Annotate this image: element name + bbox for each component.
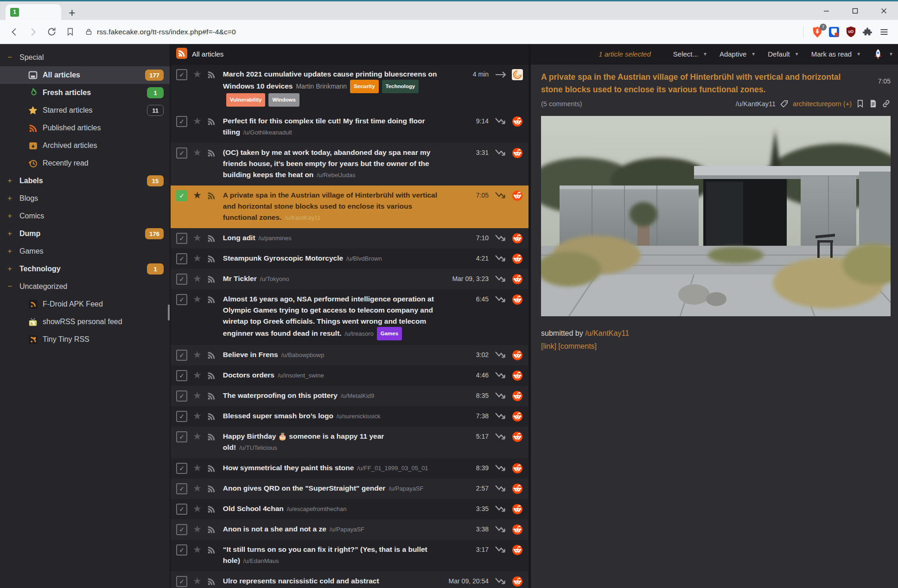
extensions-puzzle-icon[interactable]: [860, 25, 875, 39]
score-icon[interactable]: [495, 70, 507, 79]
tag-pill[interactable]: Vulnerability: [226, 93, 266, 107]
sidebar-item-recently-read[interactable]: Recently read: [0, 154, 170, 172]
new-tab-button[interactable]: +: [69, 8, 76, 17]
article-row[interactable]: ✓ ★ (OC) taken by me at work today, aban…: [171, 143, 529, 185]
star-icon[interactable]: ★: [193, 430, 202, 442]
score-icon[interactable]: [495, 117, 507, 126]
article-checkbox[interactable]: ✓: [176, 576, 187, 587]
article-row[interactable]: ✓ ★ Doctors orders/u/insolent_swine 4:46: [171, 365, 529, 386]
brave-extension-icon[interactable]: 7: [810, 25, 825, 39]
article-row[interactable]: ✓ ★ Long adit/u/panmines 7:10: [171, 228, 529, 249]
score-icon[interactable]: [495, 148, 507, 158]
score-icon[interactable]: [495, 351, 507, 360]
star-icon[interactable]: ★: [193, 575, 202, 587]
sidebar-item-dump[interactable]: + Dump 176: [0, 225, 170, 243]
score-icon[interactable]: [495, 191, 507, 200]
sidebar-item-f-droid-apk-feed[interactable]: F-Droid APK Feed: [0, 295, 170, 313]
ublock-extension-icon[interactable]: uO: [843, 25, 858, 39]
article-row[interactable]: ✓ ★ Perfect fit for this complex tile cu…: [171, 111, 529, 143]
sidebar-item-games[interactable]: + Games: [0, 243, 170, 260]
profile-rocket-icon[interactable]: [872, 48, 884, 60]
article-checkbox[interactable]: ✓: [176, 253, 187, 264]
article-title[interactable]: Almost 16 years ago, NSA performed intel…: [223, 295, 434, 337]
article-links[interactable]: [link] [comments]: [541, 342, 891, 351]
sidebar-item-published-articles[interactable]: Published articles: [0, 119, 170, 137]
close-button[interactable]: [869, 3, 898, 19]
score-icon[interactable]: [495, 525, 507, 534]
star-icon[interactable]: ★: [193, 273, 202, 285]
article-row[interactable]: ✓ ★ March 2021 cumulative updates cause …: [171, 64, 529, 111]
sidebar-item-archived-articles[interactable]: Archived articles: [0, 137, 170, 154]
article-row[interactable]: ✓ ★ Old School 4chan/u/escapefromthechan…: [171, 499, 529, 519]
sidebar-item-comics[interactable]: + Comics: [0, 207, 170, 225]
article-checkbox[interactable]: ✓: [176, 431, 187, 442]
article-row[interactable]: ✓ ★ Blessed super smash bro’s logo/u/sur…: [171, 406, 529, 427]
score-icon[interactable]: [495, 484, 507, 493]
star-icon[interactable]: ★: [193, 232, 202, 244]
article-title[interactable]: Doctors orders: [223, 371, 274, 379]
article-checkbox[interactable]: ✓: [176, 69, 187, 80]
star-icon[interactable]: ★: [193, 462, 202, 474]
article-title[interactable]: A private spa in the Austrian village of…: [223, 191, 437, 221]
article-row[interactable]: ✓ ★ Believe in Frens/u/Babowpbowp 3:02: [171, 345, 529, 365]
star-icon[interactable]: ★: [193, 252, 202, 264]
minimize-button[interactable]: [812, 3, 841, 19]
sidebar-item-technology[interactable]: + Technology 1: [0, 260, 170, 278]
article-title[interactable]: Steampunk Gyroscopic Motorcycle: [223, 254, 343, 262]
article-checkbox[interactable]: ✓: [176, 411, 187, 422]
sidebar-item-starred-articles[interactable]: Starred articles 11: [0, 102, 170, 119]
article-row[interactable]: ✓ ★ Happy Birthday 🎂 someone is a happy …: [171, 427, 529, 458]
star-icon[interactable]: ★: [193, 410, 202, 422]
note-icon[interactable]: [869, 99, 878, 108]
article-row[interactable]: ✓ ★ Almost 16 years ago, NSA performed i…: [171, 289, 529, 345]
expander-icon[interactable]: +: [7, 211, 19, 221]
article-title[interactable]: Believe in Frens: [223, 351, 278, 358]
sidebar-item-uncategorized[interactable]: − Uncategorized: [0, 278, 170, 295]
bitwarden-extension-icon[interactable]: [827, 25, 841, 39]
article-title[interactable]: Ulro represents narcissistic cold and ab…: [223, 577, 379, 588]
forward-button[interactable]: [25, 24, 41, 40]
expander-icon[interactable]: +: [7, 229, 19, 238]
score-icon[interactable]: [495, 234, 507, 243]
star-icon[interactable]: ★: [193, 503, 202, 515]
address-bar[interactable]: rss.fakecake.org/tt-rss/index.php#f=-4&c…: [85, 28, 800, 36]
back-button[interactable]: [6, 24, 22, 40]
tag-pill[interactable]: Technology: [382, 80, 419, 93]
article-row[interactable]: ✓ ★ Anon gives QRD on the "SuperStraight…: [171, 479, 529, 499]
article-title-link[interactable]: A private spa in the Austrian village of…: [541, 71, 851, 96]
score-icon[interactable]: [495, 505, 507, 514]
url-text[interactable]: rss.fakecake.org/tt-rss/index.php#f=-4&c…: [97, 28, 236, 36]
article-row[interactable]: ✓ ★ How symmetrical they paint this ston…: [171, 458, 529, 479]
mark-read-dropdown[interactable]: Mark as read▼: [811, 50, 861, 58]
article-row[interactable]: ✓ ★ Steampunk Gyroscopic Motorcycle/u/Bl…: [171, 249, 529, 269]
article-checkbox[interactable]: ✓: [176, 274, 187, 285]
tag-pill[interactable]: Games: [377, 327, 402, 340]
star-icon[interactable]: ★: [193, 189, 202, 201]
sidebar-item-fresh-articles[interactable]: Fresh articles 1: [0, 84, 170, 102]
expander-icon[interactable]: +: [7, 176, 19, 185]
article-checkbox[interactable]: ✓: [176, 483, 187, 494]
expander-icon[interactable]: −: [7, 53, 19, 62]
article-checkbox[interactable]: ✓: [176, 116, 187, 127]
score-icon[interactable]: [495, 391, 507, 401]
star-icon[interactable]: ★: [193, 543, 202, 556]
score-icon[interactable]: [495, 464, 507, 473]
score-icon[interactable]: [495, 275, 507, 284]
expander-icon[interactable]: +: [7, 264, 19, 274]
sort-order-dropdown[interactable]: Default▼: [768, 50, 799, 58]
article-row[interactable]: ✓ ★ Ulro represents narcissistic cold an…: [171, 571, 529, 588]
browser-menu-icon[interactable]: [877, 25, 892, 39]
article-title[interactable]: The waterproofing on this pottery: [223, 391, 338, 399]
star-icon[interactable]: ★: [193, 68, 202, 80]
article-row[interactable]: ✓ ★ Anon is not a she and not a ze/u/Pap…: [171, 519, 529, 540]
score-icon[interactable]: [495, 432, 507, 441]
article-checkbox[interactable]: ✓: [176, 544, 187, 556]
chevron-down-icon[interactable]: ▼: [889, 51, 893, 57]
article-title[interactable]: Long adit: [223, 234, 255, 242]
article-checkbox[interactable]: ✓: [176, 350, 187, 361]
sidebar-scrollbar-thumb[interactable]: [168, 305, 170, 320]
article-tags[interactable]: architectureporn (+): [793, 100, 852, 108]
score-icon[interactable]: [495, 371, 507, 380]
article-row[interactable]: ✓ ★ A private spa in the Austrian villag…: [171, 185, 529, 228]
article-checkbox[interactable]: ✓: [176, 294, 187, 305]
